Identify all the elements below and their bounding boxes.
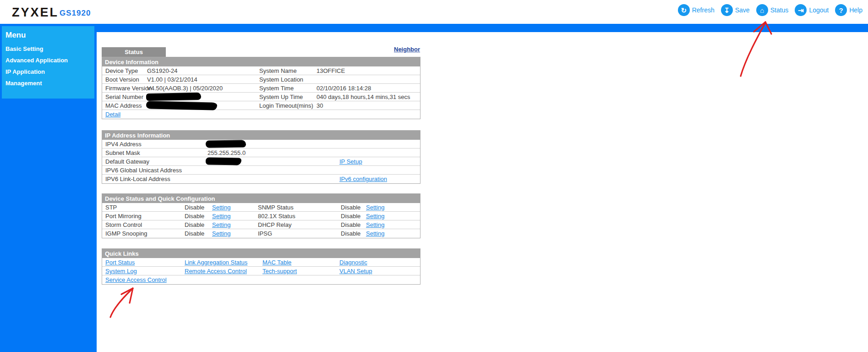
- tech-support-link[interactable]: Tech-support: [262, 268, 297, 275]
- field-value: 13OFFICE: [317, 67, 345, 74]
- table-row: IGMP Snooping Disable Setting IPSG Disab…: [102, 229, 420, 238]
- port-mirroring-setting-link[interactable]: Setting: [212, 213, 230, 220]
- field-label: Port Mirroring: [105, 213, 142, 220]
- field-label: DHCP Relay: [258, 221, 291, 228]
- ip-address-information-panel: IP Address Information IPV4 Address Subn…: [102, 130, 420, 184]
- menu-title: Menu: [5, 31, 94, 40]
- field-label: IPV6 Global Unicast Address: [105, 167, 182, 174]
- dhcp-relay-setting-link[interactable]: Setting: [366, 221, 384, 228]
- table-row: Service Access Control: [102, 275, 420, 284]
- save-label: Save: [735, 6, 750, 14]
- field-label: System Location: [259, 76, 303, 83]
- table-row: Subnet Mask 255.255.255.0: [102, 148, 420, 157]
- logout-button[interactable]: ⇥ Logout: [795, 4, 829, 16]
- field-label: Storm Control: [105, 221, 142, 228]
- device-information-panel: Device Information Device Type GS1920-24…: [102, 57, 420, 119]
- field-label: IGMP Snooping: [105, 230, 147, 237]
- table-row: IPV6 Link-Local Address IPv6 configurati…: [102, 175, 420, 183]
- help-label: Help: [849, 6, 863, 14]
- field-label: Default Gateway: [105, 158, 149, 165]
- link-aggregation-status-link[interactable]: Link Aggregation Status: [185, 259, 247, 266]
- save-button[interactable]: ↧ Save: [721, 4, 750, 16]
- table-row: STP Disable Setting SNMP Status Disable …: [102, 203, 420, 212]
- table-row: Firmware Version V4.50(AAOB.3) | 05/20/2…: [102, 84, 420, 93]
- status-value: Disable: [185, 221, 204, 228]
- field-label: MAC Address: [105, 102, 142, 109]
- stp-setting-link[interactable]: Setting: [212, 204, 230, 211]
- status-label: Status: [770, 6, 789, 14]
- table-row: IPV6 Global Unicast Address: [102, 166, 420, 175]
- field-value: V1.00 | 03/21/2014: [147, 76, 197, 83]
- service-access-control-link[interactable]: Service Access Control: [105, 276, 167, 283]
- field-label: System Name: [259, 67, 297, 74]
- ipsg-setting-link[interactable]: Setting: [366, 230, 384, 237]
- ip-setup-link[interactable]: IP Setup: [339, 158, 362, 165]
- table-row: System Log Remote Access Control Tech-su…: [102, 267, 420, 275]
- status-value: Disable: [341, 221, 360, 228]
- quick-configuration-panel: Device Status and Quick Configuration ST…: [102, 193, 420, 238]
- header-divider-band: [0, 24, 868, 32]
- field-label: 802.1X Status: [258, 213, 295, 220]
- status-value: Disable: [341, 213, 360, 220]
- field-label: System Up Time: [259, 94, 303, 100]
- neighbor-link[interactable]: Neighbor: [394, 46, 420, 53]
- sidebar-item-basic-setting[interactable]: Basic Setting: [5, 45, 94, 52]
- table-row: IPV4 Address: [102, 140, 420, 148]
- status-value: Disable: [185, 204, 204, 211]
- table-row: Boot Version V1.00 | 03/21/2014 System L…: [102, 75, 420, 84]
- table-row: Device Type GS1920-24 System Name 13OFFI…: [102, 66, 420, 75]
- app-header: ZYXEL GS1920 ↻ Refresh ↧ Save ⌂ Status ⇥…: [0, 0, 868, 24]
- field-value: 040 days,18 hours,14 mins,31 secs: [317, 94, 410, 100]
- status-value: Disable: [185, 230, 204, 237]
- table-row: Port Status Link Aggregation Status MAC …: [102, 258, 420, 267]
- diagnostic-link[interactable]: Diagnostic: [339, 259, 367, 266]
- status-button[interactable]: ⌂ Status: [756, 4, 789, 16]
- table-row: Detail: [102, 110, 420, 119]
- logout-icon: ⇥: [795, 4, 807, 16]
- table-row: MAC Address Login Timeout(mins) 30: [102, 101, 420, 110]
- remote-access-control-link[interactable]: Remote Access Control: [185, 268, 247, 275]
- tab-status[interactable]: Status: [102, 47, 166, 57]
- status-value: Disable: [341, 204, 360, 211]
- redaction-ipv4-address: [206, 140, 246, 148]
- igmp-snooping-setting-link[interactable]: Setting: [212, 230, 230, 237]
- sidebar-item-ip-application[interactable]: IP Application: [5, 68, 94, 75]
- help-button[interactable]: ? Help: [835, 4, 863, 16]
- device-model-label: GS1920: [60, 9, 91, 18]
- refresh-button[interactable]: ↻ Refresh: [678, 4, 715, 16]
- table-row: Port Mirroring Disable Setting 802.1X St…: [102, 212, 420, 220]
- port-status-link[interactable]: Port Status: [105, 259, 135, 266]
- field-label: IPV4 Address: [105, 141, 142, 148]
- mac-table-link[interactable]: MAC Table: [262, 259, 291, 266]
- redaction-serial-number: [146, 93, 201, 101]
- field-value: V4.50(AAOB.3) | 05/20/2020: [147, 85, 223, 92]
- field-label: Login Timeout(mins): [259, 102, 313, 109]
- sidebar-item-advanced-application[interactable]: Advanced Application: [5, 57, 94, 64]
- system-log-link[interactable]: System Log: [105, 268, 137, 275]
- quick-configuration-header: Device Status and Quick Configuration: [102, 194, 420, 203]
- vlan-setup-link[interactable]: VLAN Setup: [339, 268, 372, 275]
- snmp-setting-link[interactable]: Setting: [366, 204, 384, 211]
- field-label: Boot Version: [105, 76, 139, 83]
- ipv6-configuration-link[interactable]: IPv6 configuration: [339, 176, 387, 182]
- detail-link[interactable]: Detail: [105, 111, 120, 118]
- field-label: System Time: [259, 85, 294, 92]
- field-value: 02/10/2016 18:14:28: [317, 85, 371, 92]
- field-value: 30: [317, 102, 323, 109]
- field-value: 255.255.255.0: [207, 149, 246, 156]
- field-value: GS1920-24: [147, 67, 178, 74]
- field-label: Device Type: [105, 67, 138, 74]
- storm-control-setting-link[interactable]: Setting: [212, 221, 230, 228]
- field-label: Subnet Mask: [105, 149, 140, 156]
- field-label: IPSG: [258, 230, 272, 237]
- dot1x-setting-link[interactable]: Setting: [366, 213, 384, 220]
- refresh-icon: ↻: [678, 4, 690, 16]
- header-toolbar: ↻ Refresh ↧ Save ⌂ Status ⇥ Logout ? Hel…: [678, 4, 863, 16]
- refresh-label: Refresh: [692, 6, 715, 14]
- quick-links-panel: Quick Links Port Status Link Aggregation…: [102, 248, 420, 285]
- sidebar-item-management[interactable]: Management: [5, 80, 94, 87]
- table-row: Serial Number System Up Time 040 days,18…: [102, 93, 420, 101]
- field-label: IPV6 Link-Local Address: [105, 176, 170, 182]
- save-icon: ↧: [721, 4, 733, 16]
- field-label: SNMP Status: [258, 204, 294, 211]
